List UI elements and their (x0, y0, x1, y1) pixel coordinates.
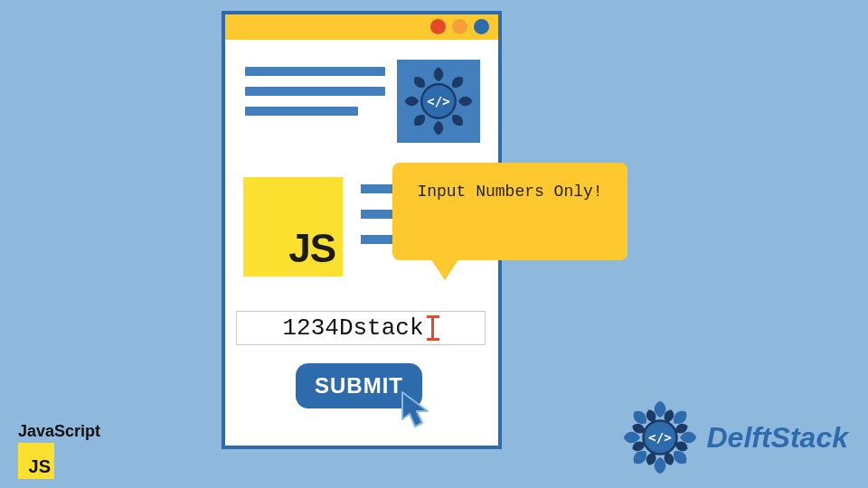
window-dot-red (430, 19, 446, 34)
brand-name: DelftStack (707, 421, 849, 455)
number-input[interactable]: 1234Dstack (236, 311, 486, 345)
js-small-logo: JS (18, 443, 54, 479)
mouse-cursor-icon (397, 389, 442, 434)
svg-marker-3 (402, 392, 428, 427)
js-logo-block: JS (243, 177, 343, 277)
window-dot-blue (474, 19, 489, 34)
window-controls (430, 19, 489, 34)
submit-label: SUBMIT (315, 373, 403, 399)
placeholder-line (245, 107, 358, 116)
browser-titlebar (225, 14, 498, 40)
placeholder-line (245, 67, 385, 76)
header-emblem-box: </> (397, 60, 480, 143)
js-small-text: JS (29, 456, 51, 477)
bottom-left-js-badge: JavaScript JS (18, 422, 100, 479)
code-emblem-icon: </> (403, 66, 474, 136)
tooltip-text: Input Numbers Only! (417, 183, 602, 201)
placeholder-line (245, 87, 385, 96)
delftstack-brand: </> DelftStack (622, 399, 849, 475)
svg-text:</>: </> (648, 430, 672, 445)
svg-text:</>: </> (427, 94, 449, 108)
js-badge-label: JavaScript (18, 422, 100, 441)
js-logo-text: JS (288, 226, 335, 271)
input-value: 1234Dstack (282, 314, 423, 342)
browser-content: </> JS 1234Dstack SUBMIT (225, 40, 498, 116)
window-dot-orange (452, 19, 467, 34)
delftstack-emblem-icon: </> (622, 399, 698, 475)
text-cursor-icon (427, 317, 439, 339)
validation-tooltip: Input Numbers Only! (392, 163, 627, 260)
